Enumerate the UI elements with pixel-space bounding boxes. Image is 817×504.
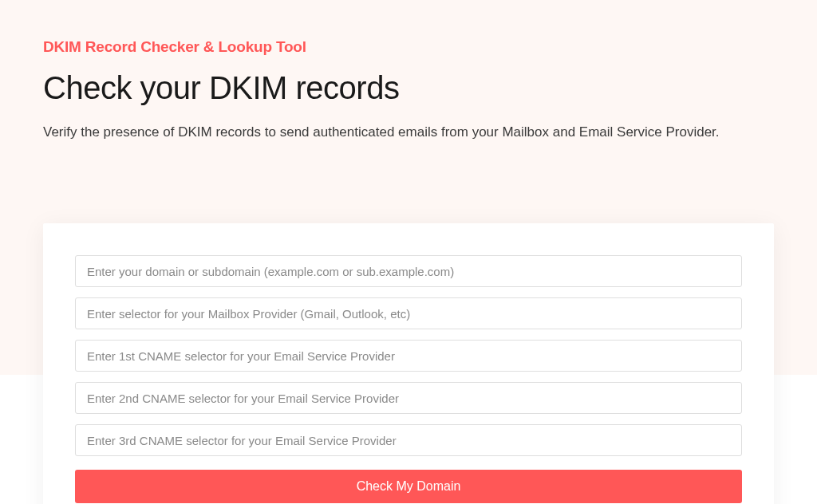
mailbox-selector-input[interactable] bbox=[75, 297, 742, 329]
cname-selector-3-input[interactable] bbox=[75, 424, 742, 456]
cname-selector-1-input[interactable] bbox=[75, 340, 742, 372]
check-domain-button[interactable]: Check My Domain bbox=[75, 470, 742, 503]
page-description: Verify the presence of DKIM records to s… bbox=[43, 122, 774, 143]
domain-input[interactable] bbox=[75, 255, 742, 287]
dkim-form-card: Check My Domain bbox=[43, 223, 774, 504]
tool-label: DKIM Record Checker & Lookup Tool bbox=[43, 38, 774, 56]
cname-selector-2-input[interactable] bbox=[75, 382, 742, 414]
page-title: Check your DKIM records bbox=[43, 70, 774, 106]
